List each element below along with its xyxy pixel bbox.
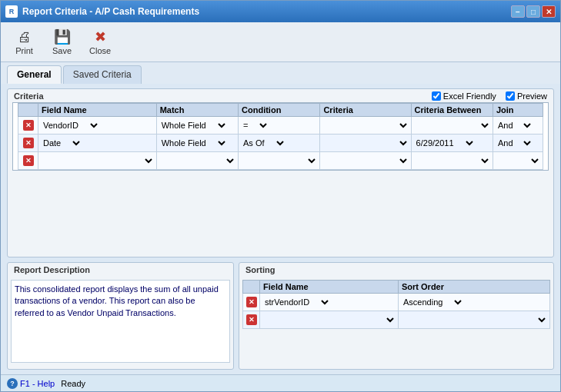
close-icon: ✖ xyxy=(91,28,109,45)
between-select-2[interactable]: ▼ xyxy=(457,135,476,151)
field-cell-2: Date ▼ xyxy=(38,135,157,152)
join-cell-3 xyxy=(493,152,543,170)
help-link[interactable]: ? F1 - Help xyxy=(7,378,55,389)
save-label: Save xyxy=(52,46,72,55)
between-select-1[interactable] xyxy=(413,118,491,133)
col-header-match: Match xyxy=(156,104,238,117)
title-bar: R Report Criteria - A/P Cash Requirement… xyxy=(1,1,560,22)
bottom-panels: Report Description Sorting Fiel xyxy=(7,262,554,370)
del-cell-1: ✕ xyxy=(18,117,38,135)
sort-order-value-1: Ascending xyxy=(400,296,446,308)
criteria-val-cell-2 xyxy=(320,135,411,152)
criteria-val-select-2[interactable] xyxy=(322,135,409,151)
sort-row-2: ✕ xyxy=(243,311,550,329)
excel-friendly-input[interactable] xyxy=(432,91,441,101)
tab-bar: General Saved Criteria xyxy=(1,62,560,84)
main-window: R Report Criteria - A/P Cash Requirement… xyxy=(0,0,561,392)
match-value-2: Whole Field xyxy=(159,137,209,149)
title-buttons: − □ ✕ xyxy=(511,5,556,18)
criteria-table-wrapper: Field Name Match Condition Criteria Crit… xyxy=(12,102,549,171)
match-select-2[interactable]: ▼ xyxy=(209,135,228,151)
sort-delete-row-1-button[interactable]: ✕ xyxy=(246,297,257,307)
sorting-panel: Sorting Field Name Sort Order xyxy=(239,262,554,370)
criteria-table: Field Name Match Condition Criteria Crit… xyxy=(18,103,543,170)
criteria-table-scroll: Field Name Match Condition Criteria Crit… xyxy=(13,103,548,170)
report-description-text[interactable] xyxy=(11,280,230,363)
criteria-val-cell-3 xyxy=(320,152,411,170)
sort-col-fieldname: Field Name xyxy=(260,281,399,294)
condition-cell-2: As Of ▼ xyxy=(239,135,320,152)
delete-row-3-button[interactable]: ✕ xyxy=(23,155,34,166)
window-title: Report Criteria - A/P Cash Requirements xyxy=(22,6,199,17)
join-select-2[interactable]: ▼ xyxy=(516,135,533,151)
help-label: F1 - Help xyxy=(20,379,55,388)
criteria-row-2: ✕ Date ▼ Whole xyxy=(18,135,543,152)
sorting-label: Sorting xyxy=(245,265,275,274)
sort-field-cell-1: strVendorID ▼ xyxy=(260,294,399,311)
sort-order-select-1[interactable]: ▼ xyxy=(446,294,464,310)
between-cell-3 xyxy=(411,152,493,170)
criteria-section-label: Criteria xyxy=(14,91,44,101)
preview-checkbox[interactable]: Preview xyxy=(506,91,547,101)
between-select-3[interactable] xyxy=(413,153,491,168)
maximize-button[interactable]: □ xyxy=(526,5,540,18)
criteria-val-select-1[interactable] xyxy=(322,118,409,133)
sort-field-select-1[interactable]: ▼ xyxy=(312,294,331,310)
field-select-2[interactable]: ▼ xyxy=(64,135,82,151)
col-header-between: Criteria Between xyxy=(411,104,493,117)
minimize-button[interactable]: − xyxy=(511,5,525,18)
close-button[interactable]: ✖ Close xyxy=(82,25,118,58)
col-header-criteria: Criteria xyxy=(320,104,411,117)
join-value-2: And xyxy=(495,137,516,149)
condition-select-2[interactable]: ▼ xyxy=(268,135,286,151)
print-icon: 🖨 xyxy=(15,28,34,45)
field-select-1[interactable]: ▼ xyxy=(82,118,100,133)
condition-select-3[interactable] xyxy=(240,153,318,168)
sort-col-sortorder: Sort Order xyxy=(399,281,550,294)
field-cell-1: VendorID ▼ xyxy=(38,117,157,135)
col-header-del xyxy=(18,104,38,117)
between-cell-2: 6/29/2011 ▼ xyxy=(411,135,493,152)
sort-order-select-2[interactable] xyxy=(400,312,548,327)
excel-friendly-checkbox[interactable]: Excel Friendly xyxy=(432,91,496,101)
sorting-header: Sorting xyxy=(239,263,553,277)
col-header-fieldname: Field Name xyxy=(38,104,157,117)
match-cell-1: Whole Field ▼ xyxy=(156,117,238,135)
field-select-3[interactable] xyxy=(40,153,155,168)
join-select-1[interactable]: ▼ xyxy=(516,118,533,133)
sort-order-cell-2 xyxy=(399,311,550,329)
col-header-condition: Condition xyxy=(239,104,320,117)
condition-select-1[interactable]: ▼ xyxy=(251,118,269,133)
condition-value-1: = xyxy=(240,119,251,131)
criteria-val-select-3[interactable] xyxy=(322,153,409,168)
field-value-2: Date xyxy=(40,137,64,149)
delete-row-1-button[interactable]: ✕ xyxy=(23,120,34,131)
join-select-3[interactable] xyxy=(495,153,541,168)
preview-input[interactable] xyxy=(506,91,515,101)
between-value-2: 6/29/2011 xyxy=(413,137,457,149)
print-label: Print xyxy=(15,46,33,55)
match-select-1[interactable]: ▼ xyxy=(209,118,228,133)
main-content: Criteria Excel Friendly Preview xyxy=(1,84,560,374)
sort-delete-row-2-button[interactable]: ✕ xyxy=(246,314,257,325)
criteria-row-1: ✕ VendorID ▼ Wh xyxy=(18,117,543,135)
save-button[interactable]: 💾 Save xyxy=(45,25,79,58)
join-value-1: And xyxy=(495,119,516,131)
tab-general[interactable]: General xyxy=(7,65,62,84)
sort-row-1: ✕ strVendorID ▼ xyxy=(243,294,550,311)
join-cell-2: And ▼ xyxy=(493,135,543,152)
criteria-options: Excel Friendly Preview xyxy=(432,91,547,101)
tab-saved-criteria[interactable]: Saved Criteria xyxy=(63,65,142,84)
excel-friendly-label: Excel Friendly xyxy=(443,91,496,101)
preview-label: Preview xyxy=(517,91,547,101)
condition-value-2: As Of xyxy=(240,137,268,149)
match-select-3[interactable] xyxy=(159,153,236,168)
delete-row-2-button[interactable]: ✕ xyxy=(23,138,34,148)
sort-col-del xyxy=(243,281,260,294)
close-label: Close xyxy=(89,46,111,55)
window-close-button[interactable]: ✕ xyxy=(542,5,556,18)
sort-field-select-2[interactable] xyxy=(262,312,396,327)
print-button[interactable]: 🖨 Print xyxy=(7,25,42,58)
sort-order-cell-1: Ascending ▼ xyxy=(399,294,550,311)
col-header-join: Join xyxy=(493,104,543,117)
